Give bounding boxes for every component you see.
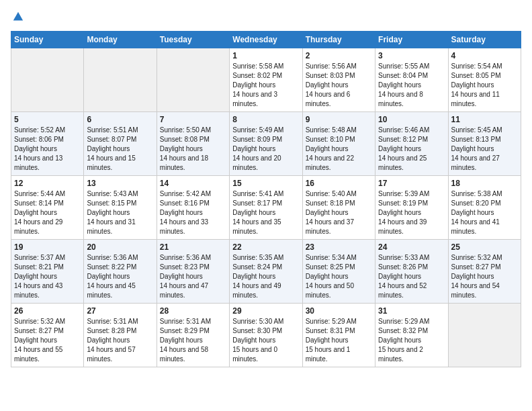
day-number: 17 bbox=[378, 179, 445, 188]
day-number: 4 bbox=[451, 51, 518, 60]
day-info: Sunrise: 5:31 AMSunset: 8:29 PMDaylight … bbox=[160, 317, 226, 364]
day-number: 14 bbox=[160, 179, 226, 188]
day-info: Sunrise: 5:56 AMSunset: 8:03 PMDaylight … bbox=[306, 62, 372, 109]
day-info: Sunrise: 5:29 AMSunset: 8:31 PMDaylight … bbox=[306, 317, 372, 364]
calendar-cell: 22Sunrise: 5:35 AMSunset: 8:24 PMDayligh… bbox=[230, 240, 302, 304]
week-row-3: 12Sunrise: 5:44 AMSunset: 8:14 PMDayligh… bbox=[11, 176, 521, 240]
day-number: 31 bbox=[378, 306, 445, 316]
calendar-cell: 24Sunrise: 5:33 AMSunset: 8:26 PMDayligh… bbox=[375, 240, 448, 304]
calendar-cell: 17Sunrise: 5:39 AMSunset: 8:19 PMDayligh… bbox=[375, 176, 448, 240]
day-number: 7 bbox=[160, 115, 226, 124]
day-info: Sunrise: 5:55 AMSunset: 8:04 PMDaylight … bbox=[378, 62, 445, 109]
calendar-cell: 4Sunrise: 5:54 AMSunset: 8:05 PMDaylight… bbox=[448, 48, 521, 112]
day-number: 21 bbox=[160, 242, 226, 252]
day-info: Sunrise: 5:41 AMSunset: 8:17 PMDaylight … bbox=[232, 189, 299, 236]
svg-marker-0 bbox=[13, 12, 23, 21]
day-number: 1 bbox=[232, 51, 299, 60]
day-info: Sunrise: 5:48 AMSunset: 8:10 PMDaylight … bbox=[306, 126, 372, 173]
day-number: 27 bbox=[87, 306, 153, 316]
day-number: 11 bbox=[451, 115, 518, 124]
calendar-cell: 2Sunrise: 5:56 AMSunset: 8:03 PMDaylight… bbox=[302, 48, 375, 112]
day-number: 26 bbox=[14, 306, 81, 316]
day-number: 23 bbox=[306, 242, 372, 252]
calendar-cell: 8Sunrise: 5:49 AMSunset: 8:09 PMDaylight… bbox=[230, 112, 302, 176]
day-number: 30 bbox=[306, 306, 372, 316]
calendar-cell: 21Sunrise: 5:36 AMSunset: 8:23 PMDayligh… bbox=[157, 240, 229, 304]
day-number: 12 bbox=[14, 179, 81, 188]
col-header-tuesday: Tuesday bbox=[157, 32, 229, 48]
day-number: 9 bbox=[306, 115, 372, 124]
day-info: Sunrise: 5:30 AMSunset: 8:30 PMDaylight … bbox=[232, 317, 299, 364]
day-number: 29 bbox=[232, 306, 299, 316]
calendar-cell: 27Sunrise: 5:31 AMSunset: 8:28 PMDayligh… bbox=[84, 304, 157, 367]
day-info: Sunrise: 5:37 AMSunset: 8:21 PMDaylight … bbox=[14, 253, 81, 300]
day-number: 18 bbox=[451, 179, 518, 188]
calendar-cell: 19Sunrise: 5:37 AMSunset: 8:21 PMDayligh… bbox=[11, 240, 84, 304]
day-info: Sunrise: 5:29 AMSunset: 8:32 PMDaylight … bbox=[378, 317, 445, 364]
day-number: 22 bbox=[232, 242, 299, 252]
day-info: Sunrise: 5:42 AMSunset: 8:16 PMDaylight … bbox=[160, 189, 226, 236]
calendar-cell: 1Sunrise: 5:58 AMSunset: 8:02 PMDaylight… bbox=[230, 48, 302, 112]
calendar-cell: 30Sunrise: 5:29 AMSunset: 8:31 PMDayligh… bbox=[302, 304, 375, 367]
calendar-header-row: SundayMondayTuesdayWednesdayThursdayFrid… bbox=[11, 32, 521, 48]
col-header-wednesday: Wednesday bbox=[230, 32, 302, 48]
calendar-cell bbox=[84, 48, 157, 112]
calendar-cell: 13Sunrise: 5:43 AMSunset: 8:15 PMDayligh… bbox=[84, 176, 157, 240]
day-number: 3 bbox=[378, 51, 445, 60]
day-info: Sunrise: 5:58 AMSunset: 8:02 PMDaylight … bbox=[232, 62, 299, 109]
week-row-4: 19Sunrise: 5:37 AMSunset: 8:21 PMDayligh… bbox=[11, 240, 521, 304]
day-info: Sunrise: 5:45 AMSunset: 8:13 PMDaylight … bbox=[451, 126, 518, 173]
day-info: Sunrise: 5:52 AMSunset: 8:06 PMDaylight … bbox=[14, 126, 81, 173]
day-info: Sunrise: 5:44 AMSunset: 8:14 PMDaylight … bbox=[14, 189, 81, 236]
day-number: 5 bbox=[14, 115, 81, 124]
day-number: 13 bbox=[87, 179, 153, 188]
day-number: 25 bbox=[451, 242, 518, 252]
day-info: Sunrise: 5:33 AMSunset: 8:26 PMDaylight … bbox=[378, 253, 445, 300]
calendar-cell: 9Sunrise: 5:48 AMSunset: 8:10 PMDaylight… bbox=[302, 112, 375, 176]
day-info: Sunrise: 5:38 AMSunset: 8:20 PMDaylight … bbox=[451, 189, 518, 236]
day-info: Sunrise: 5:43 AMSunset: 8:15 PMDaylight … bbox=[87, 189, 153, 236]
logo-icon bbox=[12, 11, 24, 23]
day-number: 20 bbox=[87, 242, 153, 252]
calendar-cell bbox=[157, 48, 229, 112]
day-info: Sunrise: 5:49 AMSunset: 8:09 PMDaylight … bbox=[232, 126, 299, 173]
day-info: Sunrise: 5:54 AMSunset: 8:05 PMDaylight … bbox=[451, 62, 518, 109]
calendar-cell: 18Sunrise: 5:38 AMSunset: 8:20 PMDayligh… bbox=[448, 176, 521, 240]
week-row-5: 26Sunrise: 5:32 AMSunset: 8:27 PMDayligh… bbox=[11, 304, 521, 367]
calendar-cell: 7Sunrise: 5:50 AMSunset: 8:08 PMDaylight… bbox=[157, 112, 229, 176]
col-header-thursday: Thursday bbox=[302, 32, 375, 48]
calendar-cell bbox=[448, 304, 521, 367]
calendar-cell: 12Sunrise: 5:44 AMSunset: 8:14 PMDayligh… bbox=[11, 176, 84, 240]
calendar-cell: 6Sunrise: 5:51 AMSunset: 8:07 PMDaylight… bbox=[84, 112, 157, 176]
col-header-friday: Friday bbox=[375, 32, 448, 48]
logo bbox=[11, 11, 24, 23]
calendar-cell: 31Sunrise: 5:29 AMSunset: 8:32 PMDayligh… bbox=[375, 304, 448, 367]
calendar-cell: 3Sunrise: 5:55 AMSunset: 8:04 PMDaylight… bbox=[375, 48, 448, 112]
day-number: 8 bbox=[232, 115, 299, 124]
day-info: Sunrise: 5:35 AMSunset: 8:24 PMDaylight … bbox=[232, 253, 299, 300]
day-info: Sunrise: 5:34 AMSunset: 8:25 PMDaylight … bbox=[306, 253, 372, 300]
calendar-cell: 28Sunrise: 5:31 AMSunset: 8:29 PMDayligh… bbox=[157, 304, 229, 367]
calendar-cell: 25Sunrise: 5:32 AMSunset: 8:27 PMDayligh… bbox=[448, 240, 521, 304]
calendar-cell: 11Sunrise: 5:45 AMSunset: 8:13 PMDayligh… bbox=[448, 112, 521, 176]
page-header bbox=[11, 11, 521, 23]
day-info: Sunrise: 5:50 AMSunset: 8:08 PMDaylight … bbox=[160, 126, 226, 173]
calendar-table: SundayMondayTuesdayWednesdayThursdayFrid… bbox=[11, 31, 521, 367]
week-row-1: 1Sunrise: 5:58 AMSunset: 8:02 PMDaylight… bbox=[11, 48, 521, 112]
day-number: 28 bbox=[160, 306, 226, 316]
day-info: Sunrise: 5:32 AMSunset: 8:27 PMDaylight … bbox=[14, 317, 81, 364]
day-number: 10 bbox=[378, 115, 445, 124]
col-header-monday: Monday bbox=[84, 32, 157, 48]
day-number: 15 bbox=[232, 179, 299, 188]
day-number: 24 bbox=[378, 242, 445, 252]
calendar-cell: 5Sunrise: 5:52 AMSunset: 8:06 PMDaylight… bbox=[11, 112, 84, 176]
calendar-cell: 23Sunrise: 5:34 AMSunset: 8:25 PMDayligh… bbox=[302, 240, 375, 304]
calendar-cell: 10Sunrise: 5:46 AMSunset: 8:12 PMDayligh… bbox=[375, 112, 448, 176]
day-number: 16 bbox=[306, 179, 372, 188]
day-info: Sunrise: 5:40 AMSunset: 8:18 PMDaylight … bbox=[306, 189, 372, 236]
day-info: Sunrise: 5:36 AMSunset: 8:23 PMDaylight … bbox=[160, 253, 226, 300]
day-info: Sunrise: 5:51 AMSunset: 8:07 PMDaylight … bbox=[87, 126, 153, 173]
calendar-cell: 14Sunrise: 5:42 AMSunset: 8:16 PMDayligh… bbox=[157, 176, 229, 240]
col-header-saturday: Saturday bbox=[448, 32, 521, 48]
calendar-cell bbox=[11, 48, 84, 112]
